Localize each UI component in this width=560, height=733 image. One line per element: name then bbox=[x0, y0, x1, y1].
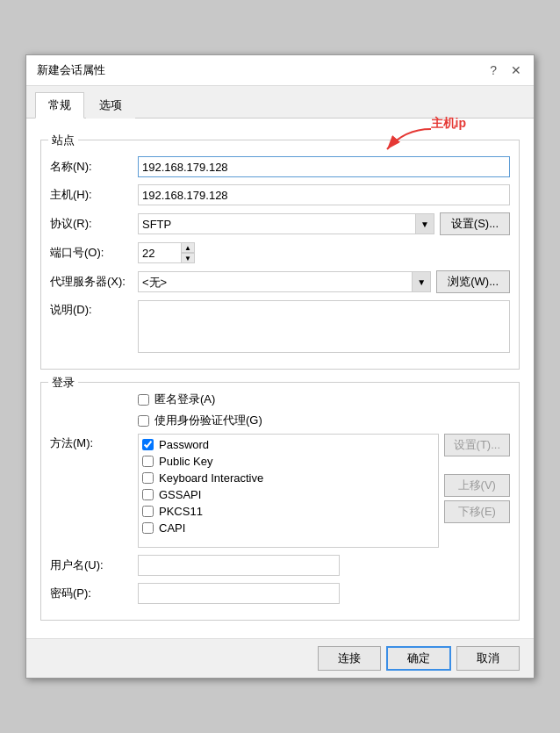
name-label: 名称(N): bbox=[50, 159, 138, 175]
proxy-auth-row: 使用身份验证代理(G) bbox=[138, 413, 510, 428]
password-row: 密码(P): bbox=[50, 583, 510, 604]
footer: 连接 确定 取消 bbox=[26, 638, 534, 678]
method-item-password: Password bbox=[142, 438, 434, 451]
host-label: 主机(H): bbox=[50, 187, 138, 203]
port-down-btn[interactable]: ▼ bbox=[181, 253, 195, 263]
description-textarea[interactable] bbox=[138, 300, 510, 353]
login-section: 登录 匿名登录(A) 使用身份验证代理(G) 方法(M): Password bbox=[40, 382, 520, 621]
method-item-publickey: Public Key bbox=[142, 455, 434, 468]
password-input[interactable] bbox=[138, 583, 340, 604]
dialog: 新建会话属性 ? ✕ 常规 选项 站点 主机ip bbox=[25, 54, 535, 679]
proxy-label: 代理服务器(X): bbox=[50, 274, 138, 290]
proxy-select[interactable]: <无> bbox=[138, 271, 431, 292]
method-checkbox-publickey[interactable] bbox=[142, 456, 154, 467]
site-section-title: 站点 bbox=[48, 133, 78, 148]
spinner-buttons: ▲ ▼ bbox=[181, 242, 195, 263]
tab-options[interactable]: 选项 bbox=[86, 92, 135, 119]
protocol-select-wrapper: SFTP FTP SCP ▼ bbox=[138, 213, 434, 234]
method-label-publickey: Public Key bbox=[159, 455, 212, 468]
method-label: 方法(M): bbox=[50, 434, 138, 451]
protocol-row: 协议(R): SFTP FTP SCP ▼ 设置(S)... bbox=[50, 212, 510, 235]
method-checkbox-password[interactable] bbox=[142, 439, 154, 450]
protocol-select[interactable]: SFTP FTP SCP bbox=[138, 213, 434, 234]
ok-button[interactable]: 确定 bbox=[386, 646, 451, 671]
anonymous-row: 匿名登录(A) bbox=[138, 392, 510, 407]
dialog-title: 新建会话属性 bbox=[37, 62, 105, 78]
tabs: 常规 选项 bbox=[26, 86, 534, 119]
protocol-label: 协议(R): bbox=[50, 216, 138, 232]
name-row: 名称(N): bbox=[50, 156, 510, 177]
password-label: 密码(P): bbox=[50, 586, 138, 601]
proxy-row: 代理服务器(X): <无> ▼ 浏览(W)... bbox=[50, 270, 510, 293]
anonymous-checkbox[interactable] bbox=[138, 394, 149, 406]
method-item-gssapi: GSSAPI bbox=[142, 488, 434, 501]
method-item-keyboard: Keyboard Interactive bbox=[142, 471, 434, 485]
username-label: 用户名(U): bbox=[50, 557, 138, 573]
cancel-button[interactable]: 取消 bbox=[456, 646, 520, 671]
method-list: Password Public Key Keyboard Interactive… bbox=[138, 434, 439, 548]
method-buttons: 设置(T)... 上移(V) 下移(E) bbox=[444, 434, 510, 523]
method-down-button[interactable]: 下移(E) bbox=[444, 500, 510, 523]
host-input[interactable] bbox=[138, 184, 510, 205]
connect-button[interactable]: 连接 bbox=[318, 646, 381, 671]
method-item-pkcs11: PKCS11 bbox=[142, 505, 434, 518]
method-up-button[interactable]: 上移(V) bbox=[444, 474, 510, 497]
method-checkbox-pkcs11[interactable] bbox=[142, 506, 154, 517]
anonymous-label: 匿名登录(A) bbox=[154, 392, 215, 407]
method-item-capi: CAPI bbox=[142, 521, 434, 535]
proxy-select-wrapper: <无> ▼ bbox=[138, 271, 431, 292]
content: 站点 主机ip 名称(N): bbox=[26, 119, 534, 638]
title-bar: 新建会话属性 ? ✕ bbox=[26, 55, 534, 86]
site-section: 站点 主机ip 名称(N): bbox=[40, 140, 520, 370]
method-label-password: Password bbox=[159, 438, 209, 451]
username-row: 用户名(U): bbox=[50, 555, 510, 576]
method-settings-button[interactable]: 设置(T)... bbox=[444, 434, 510, 456]
description-row: 说明(D): bbox=[50, 300, 510, 353]
help-button[interactable]: ? bbox=[486, 63, 500, 77]
port-spinner: ▲ ▼ bbox=[138, 242, 199, 263]
tab-general[interactable]: 常规 bbox=[35, 92, 84, 119]
browse-button[interactable]: 浏览(W)... bbox=[436, 270, 510, 293]
host-row: 主机(H): bbox=[50, 184, 510, 205]
port-row: 端口号(O): ▲ ▼ bbox=[50, 242, 510, 263]
annotation-text: 主机ip bbox=[431, 116, 466, 132]
description-label: 说明(D): bbox=[50, 300, 138, 318]
title-controls: ? ✕ bbox=[486, 63, 525, 77]
method-label-keyboard: Keyboard Interactive bbox=[159, 471, 263, 485]
login-section-title: 登录 bbox=[48, 375, 78, 391]
close-button[interactable]: ✕ bbox=[507, 63, 525, 77]
method-checkbox-capi[interactable] bbox=[142, 522, 154, 534]
method-checkbox-gssapi[interactable] bbox=[142, 489, 154, 500]
port-input[interactable] bbox=[138, 242, 182, 263]
proxy-auth-label: 使用身份验证代理(G) bbox=[154, 413, 262, 428]
proxy-auth-checkbox[interactable] bbox=[138, 415, 149, 427]
name-input[interactable] bbox=[138, 156, 510, 177]
method-label-gssapi: GSSAPI bbox=[159, 488, 201, 501]
method-label-capi: CAPI bbox=[159, 521, 185, 535]
method-checkbox-keyboard[interactable] bbox=[142, 472, 154, 484]
method-row: 方法(M): Password Public Key Keyboard Inte… bbox=[50, 434, 510, 548]
site-section-inner: 名称(N): 主机(H): 协议(R): SFTP FTP SCP bbox=[50, 149, 510, 353]
port-label: 端口号(O): bbox=[50, 245, 138, 261]
username-input[interactable] bbox=[138, 555, 340, 576]
settings-button[interactable]: 设置(S)... bbox=[440, 212, 510, 235]
method-label-pkcs11: PKCS11 bbox=[159, 505, 203, 518]
port-up-btn[interactable]: ▲ bbox=[181, 242, 195, 253]
